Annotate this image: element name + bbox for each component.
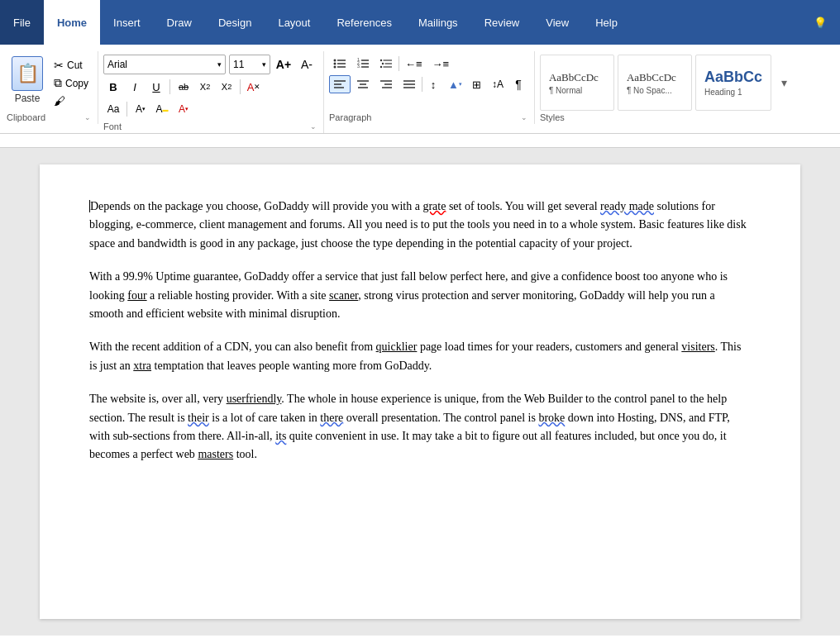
menu-lightbulb[interactable]: 💡 [800,0,840,45]
numbering-button[interactable]: 1.2.3. [352,55,374,73]
document-page[interactable]: Depends on the package you choose, GoDad… [40,164,800,619]
underline-button[interactable]: U [146,77,166,97]
svg-point-0 [334,60,336,62]
font-size-selector[interactable]: 11 ▾ [229,55,270,74]
superscript-button[interactable]: X2 [217,77,236,97]
text-effects-button[interactable]: A▾ [131,99,150,119]
paragraph-label: Paragraph [329,112,371,122]
grammar-link-there: there [320,412,343,424]
grammar-link-readymade: ready made [600,200,654,212]
clear-format-button[interactable]: A✕ [244,77,264,97]
align-right-button[interactable] [375,75,397,93]
menu-help[interactable]: Help [582,0,631,45]
font-family-selector[interactable]: Arial ▾ [103,55,226,74]
para-div2 [422,77,422,92]
grammar-link-its: its [275,430,286,442]
menu-review[interactable]: Review [471,0,533,45]
text-cursor [89,200,90,212]
font-divider3 [126,102,127,117]
style-nospace[interactable]: AaBbCcDc ¶ No Spac... [618,55,692,111]
scissors-icon: ✂ [54,59,64,72]
spell-error-xtra: xtra [133,359,151,372]
style-normal-label: ¶ Normal [549,86,582,95]
borders-button[interactable]: ⊞ [468,75,486,93]
spell-error-scaner: scaner [329,289,358,302]
style-nospace-label: ¶ No Spac... [627,86,672,95]
line-spacing-button[interactable]: ↕ [424,75,442,93]
copy-icon: ⧉ [54,76,62,90]
menu-design[interactable]: Design [205,0,265,45]
menu-mailings[interactable]: Mailings [405,0,471,45]
paragraph-1[interactable]: Depends on the package you choose, GoDad… [89,198,751,253]
spell-error-userfriendly: userfriendly [227,393,282,405]
menu-layout[interactable]: Layout [265,0,323,45]
grammar-link-their: their [188,412,209,424]
styles-label: Styles [540,112,565,122]
font-label: Font [103,121,122,131]
spell-error-visiters: visiters [681,340,714,353]
align-center-button[interactable] [352,75,374,93]
document-area[interactable]: Depends on the package you choose, GoDad… [0,148,840,636]
paragraph-4[interactable]: The website is, over all, very userfrien… [89,390,751,464]
italic-button[interactable]: I [125,77,145,97]
copy-button[interactable]: ⧉ Copy [51,75,91,91]
shading-button[interactable]: ▲▾ [444,75,466,93]
clipboard-expand-icon[interactable]: ⌄ [84,113,91,121]
font-divider2 [240,79,241,94]
menu-bar: File Home Insert Draw Design Layout Refe… [0,0,840,45]
align-left-button[interactable] [329,75,351,93]
svg-text:3.: 3. [357,64,360,69]
clipboard-label: Clipboard [7,112,45,122]
paragraph-expand-icon[interactable]: ⌄ [521,113,527,121]
style-normal[interactable]: AaBbCcDc ¶ Normal [540,55,614,111]
cut-button[interactable]: ✂ Cut [51,58,91,73]
font-shrink-button[interactable]: A- [297,55,317,74]
font-color-button[interactable]: A▾ [174,99,193,119]
menu-home[interactable]: Home [44,0,100,45]
paste-button[interactable]: 📋 Paste [7,55,48,106]
para-div1 [399,56,399,71]
svg-point-2 [334,63,336,65]
svg-point-12 [380,60,382,61]
spell-error-quicklier: quicklier [376,340,418,353]
subscript-button[interactable]: X2 [195,77,215,97]
font-divider1 [169,79,170,94]
grammar-link-broke: broke [538,412,565,424]
font-family-dropdown-icon: ▾ [217,60,222,69]
menu-draw[interactable]: Draw [154,0,205,45]
paragraph-2[interactable]: With a 99.9% Uptime guarantee, GoDaddy o… [89,268,751,323]
styles-more-button[interactable]: ▾ [775,55,795,111]
font-size-dropdown-icon: ▾ [262,60,266,69]
increase-indent-button[interactable]: →≡ [428,55,454,73]
font-grow-button[interactable]: A+ [274,55,294,74]
paragraph-3[interactable]: With the recent addition of a CDN, you c… [89,338,751,375]
font-expand-icon[interactable]: ⌄ [310,122,317,131]
highlight-button[interactable]: A▬ [152,99,172,119]
bold-button[interactable]: B [103,77,123,97]
menu-insert[interactable]: Insert [100,0,154,45]
format-painter-icon: 🖌 [54,94,65,107]
style-heading1[interactable]: AaBbCc Heading 1 [695,55,771,111]
multilevel-button[interactable] [375,55,397,73]
menu-file[interactable]: File [0,0,44,45]
svg-point-16 [380,66,382,68]
paste-label: Paste [15,93,41,104]
spell-error-grate: grate [422,200,446,212]
format-painter-button[interactable]: 🖌 [51,93,91,108]
svg-point-4 [334,66,336,69]
bullets-button[interactable] [329,55,351,73]
menu-references[interactable]: References [323,0,404,45]
svg-point-14 [382,63,384,64]
marks-button[interactable]: ¶ [509,75,527,93]
justify-button[interactable] [399,75,420,93]
sort-button[interactable]: ↕A [488,75,508,93]
text-case-button[interactable]: Aa [103,99,123,119]
style-h1-label: Heading 1 [704,88,742,97]
strikethrough-button[interactable]: ab [174,77,193,97]
decrease-indent-button[interactable]: ←≡ [401,55,427,73]
spell-error-masters: masters [198,448,233,460]
grammar-link-four: four [127,289,146,302]
menu-view[interactable]: View [532,0,582,45]
ribbon: 📋 Paste ✂ Cut ⧉ Copy 🖌 [0,45,840,148]
